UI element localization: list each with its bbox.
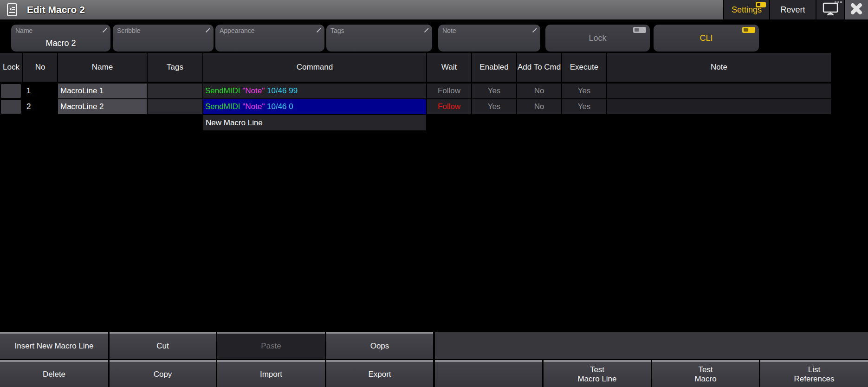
edit-pencil-icon <box>102 26 108 35</box>
export-label: Export <box>368 370 391 379</box>
insert-new-macro-line-button[interactable]: Insert New Macro Line <box>0 332 108 359</box>
note-field-label: Note <box>442 27 456 34</box>
new-macro-line-cell[interactable]: New Macro Line <box>203 115 427 130</box>
command-keyword: SendMIDI <box>205 102 242 111</box>
revert-button[interactable]: Revert <box>770 0 816 19</box>
row-note-cell[interactable] <box>607 84 831 98</box>
row-name-cell[interactable]: MacroLine 1 <box>58 84 148 98</box>
cut-label: Cut <box>156 342 168 351</box>
macro-document-icon <box>6 3 18 17</box>
edit-pencil-icon <box>424 26 429 35</box>
edit-pencil-icon <box>316 26 322 35</box>
delete-label: Delete <box>43 370 65 379</box>
appearance-field[interactable]: Appearance <box>215 25 324 52</box>
tags-field[interactable]: Tags <box>326 25 432 52</box>
titlebar-drag-area[interactable]: Edit Macro 2 <box>0 0 723 19</box>
row-lock-cell[interactable] <box>0 99 23 114</box>
empty-panel <box>435 332 868 359</box>
cli-toggle-label: CLI <box>700 33 713 43</box>
scribble-field[interactable]: Scribble <box>113 25 214 52</box>
tags-field-label: Tags <box>330 27 344 34</box>
window-title: Edit Macro 2 <box>27 4 85 15</box>
row-enabled-cell[interactable]: Yes <box>472 99 517 114</box>
column-header-note[interactable]: Note <box>607 53 831 82</box>
name-field-label: Name <box>15 27 32 34</box>
column-header-name[interactable]: Name <box>58 53 148 82</box>
test-macro-line-button[interactable]: Test Macro Line <box>544 360 651 387</box>
blank-button-slot <box>435 360 542 387</box>
macro-line-row: 1 MacroLine 1 SendMIDI "Note" 10/46 99 F… <box>0 84 831 99</box>
titlebar: Edit Macro 2 Settings Revert <box>0 0 868 19</box>
row-command-cell[interactable]: SendMIDI "Note" 10/46 0 <box>203 99 427 114</box>
row-command-cell[interactable]: SendMIDI "Note" 10/46 99 <box>203 84 427 98</box>
column-header-command[interactable]: Command <box>203 53 427 82</box>
table-header-row: Lock No Name Tags Command Wait Enabled A… <box>0 53 831 83</box>
paste-label: Paste <box>261 342 281 351</box>
command-args: 10/46 99 <box>267 86 298 95</box>
test-macro-line-label: Test Macro Line <box>577 365 616 384</box>
row-tags-cell[interactable] <box>148 84 203 98</box>
row-number-cell[interactable]: 1 <box>23 84 58 98</box>
edit-pencil-icon <box>532 26 538 35</box>
column-header-execute[interactable]: Execute <box>562 53 607 82</box>
row-note-cell[interactable] <box>607 99 831 114</box>
appearance-field-label: Appearance <box>220 27 255 34</box>
name-field-value: Macro 2 <box>11 39 110 48</box>
close-icon <box>850 2 863 18</box>
monitor-button[interactable] <box>816 0 844 19</box>
edit-pencil-icon <box>205 26 211 35</box>
export-button[interactable]: Export <box>326 360 433 387</box>
scribble-field-label: Scribble <box>117 27 141 34</box>
row-tags-cell[interactable] <box>148 99 203 114</box>
close-button[interactable] <box>845 0 868 19</box>
copy-button[interactable]: Copy <box>110 360 216 387</box>
column-header-add-to-cmd[interactable]: Add To Cmd <box>517 53 562 82</box>
column-header-lock[interactable]: Lock <box>0 53 23 82</box>
cut-button[interactable]: Cut <box>110 332 216 359</box>
command-string: "Note" <box>242 86 267 95</box>
lock-toggle-button[interactable]: Lock <box>545 25 650 52</box>
command-keyword: SendMIDI <box>205 86 242 95</box>
import-label: Import <box>260 370 282 379</box>
column-header-enabled[interactable]: Enabled <box>472 53 517 82</box>
row-wait-cell[interactable]: Follow <box>427 99 472 114</box>
test-macro-button[interactable]: Test Macro <box>652 360 759 387</box>
cli-toggle-indicator <box>742 27 755 33</box>
settings-toggle-indicator <box>756 2 766 7</box>
row-execute-cell[interactable]: Yes <box>562 99 607 114</box>
delete-button[interactable]: Delete <box>0 360 108 387</box>
lock-toggle-label: Lock <box>589 33 606 43</box>
row-add-to-cmd-cell[interactable]: No <box>517 99 562 114</box>
paste-button[interactable]: Paste <box>217 332 325 359</box>
oops-label: Oops <box>370 342 389 351</box>
insert-new-macro-line-label: Insert New Macro Line <box>14 342 93 351</box>
list-references-label: List References <box>794 365 835 384</box>
row-add-to-cmd-cell[interactable]: No <box>517 84 562 98</box>
cli-toggle-button[interactable]: CLI <box>654 25 759 52</box>
note-field[interactable]: Note <box>438 25 540 52</box>
row-execute-cell[interactable]: Yes <box>562 84 607 98</box>
edit-macro-window: { "window": { "title": "Edit Macro 2" },… <box>0 0 868 387</box>
settings-button[interactable]: Settings <box>724 0 769 19</box>
list-references-button[interactable]: List References <box>760 360 868 387</box>
row-enabled-cell[interactable]: Yes <box>472 84 517 98</box>
row-number-cell[interactable]: 2 <box>23 99 58 114</box>
column-header-tags[interactable]: Tags <box>148 53 203 82</box>
test-macro-label: Test Macro <box>694 365 716 384</box>
macro-line-row: 2 MacroLine 2 SendMIDI "Note" 10/46 0 Fo… <box>0 99 831 115</box>
command-string: "Note" <box>242 102 267 111</box>
command-args: 10/46 0 <box>267 102 293 111</box>
copy-label: Copy <box>154 370 172 379</box>
lock-toggle-indicator <box>633 27 646 33</box>
row-lock-cell[interactable] <box>0 84 23 98</box>
row-wait-cell[interactable]: Follow <box>427 84 472 98</box>
more-dots-icon <box>835 1 842 3</box>
revert-button-label: Revert <box>780 5 805 15</box>
row-name-cell[interactable]: MacroLine 2 <box>58 99 148 114</box>
column-header-wait[interactable]: Wait <box>427 53 472 82</box>
column-header-no[interactable]: No <box>23 53 58 82</box>
name-field[interactable]: Name Macro 2 <box>11 25 110 52</box>
import-button[interactable]: Import <box>217 360 325 387</box>
monitor-icon <box>822 1 839 19</box>
oops-button[interactable]: Oops <box>326 332 433 359</box>
